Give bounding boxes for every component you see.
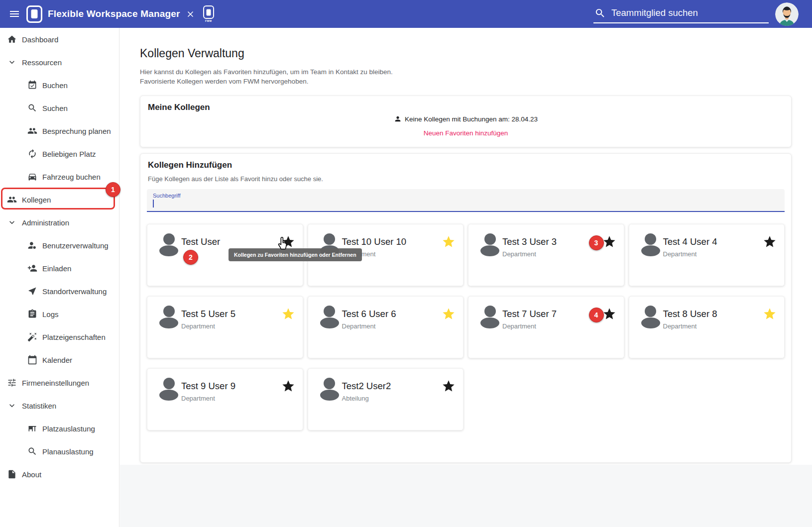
sidebar-item-buchen[interactable]: Buchen xyxy=(0,74,119,97)
manage-accounts-icon xyxy=(27,240,37,250)
team-search-input[interactable] xyxy=(611,7,768,18)
favorite-star-button[interactable] xyxy=(281,379,295,393)
annotation-badge-3: 3 xyxy=(589,235,604,250)
favorite-star-button[interactable] xyxy=(442,235,456,249)
colleague-card[interactable]: Test 3 User 3 Department 3 xyxy=(468,224,624,286)
favorite-star-button[interactable] xyxy=(281,307,295,321)
colleague-name: Test User xyxy=(181,236,220,247)
colleague-name: Test 5 User 5 xyxy=(181,309,235,319)
sidebar-item-dashboard[interactable]: Dashboard xyxy=(0,28,119,51)
colleague-search-field[interactable]: Suchbegriff xyxy=(147,189,785,212)
mini-app-tab[interactable]: FWM xyxy=(203,5,214,22)
search-field-label: Suchbegriff xyxy=(153,193,779,199)
sidebar-item-suchen[interactable]: Suchen xyxy=(0,97,119,119)
colleague-grid: Test User 2Kollegen zu Favoriten hinzufü… xyxy=(147,224,785,430)
add-colleagues-section: Kollegen Hinzufügen Füge Kollegen aus de… xyxy=(140,153,792,463)
star-icon xyxy=(602,307,616,321)
menu-button[interactable] xyxy=(6,5,23,22)
colleague-department: Department xyxy=(181,395,215,402)
star-icon xyxy=(281,235,295,249)
near-me-icon xyxy=(27,286,37,296)
colleague-card[interactable]: Test 9 User 9 Department xyxy=(147,368,303,430)
colleague-card[interactable]: Test2 User2 Abteilung xyxy=(308,368,464,430)
star-icon xyxy=(442,307,456,321)
colleague-department: Department xyxy=(502,250,536,258)
favorite-star-button[interactable] xyxy=(763,307,777,321)
groups-icon xyxy=(27,126,37,136)
sidebar-item-platzauslastung[interactable]: Platzauslastung xyxy=(0,417,119,440)
annotation-badge-2: 2 xyxy=(183,250,198,265)
colleague-card[interactable]: Test User 2Kollegen zu Favoriten hinzufü… xyxy=(147,224,303,286)
person-avatar xyxy=(641,233,660,256)
favorite-star-button[interactable] xyxy=(602,307,616,321)
colleague-card[interactable]: Test 5 User 5 Department xyxy=(147,296,303,358)
close-icon xyxy=(186,9,195,19)
sidebar-item-label: Platzeigenschaften xyxy=(42,333,106,341)
sidebar-item-logs[interactable]: Logs xyxy=(0,303,119,325)
search-icon xyxy=(594,7,606,19)
colleague-card[interactable]: Test 7 User 7 Department 4 xyxy=(468,296,624,358)
star-icon xyxy=(763,307,777,321)
autorenew-icon xyxy=(27,149,37,159)
star-icon xyxy=(281,307,295,321)
favorite-star-button[interactable] xyxy=(442,379,456,393)
sidebar-item-firmeneinstellungen[interactable]: Firmeneinstellungen xyxy=(0,371,119,394)
favorite-star-button[interactable] xyxy=(281,235,295,249)
tune-icon xyxy=(7,378,17,388)
colleague-card[interactable]: Test 6 User 6 Department xyxy=(308,296,464,358)
person-avatar xyxy=(159,306,178,328)
sidebar-item-about[interactable]: About xyxy=(0,463,119,486)
menu-icon xyxy=(8,8,20,20)
colleague-card[interactable]: Test 4 User 4 Department xyxy=(629,224,785,286)
favorite-star-button[interactable] xyxy=(602,235,616,249)
person-avatar xyxy=(320,378,339,401)
person-avatar xyxy=(159,378,178,401)
colleague-name: Test 4 User 4 xyxy=(663,236,717,247)
colleague-department: Department xyxy=(502,322,536,330)
topbar: Flexible Workspace Manager FWM xyxy=(0,0,812,28)
clipboard-icon xyxy=(27,309,37,319)
user-avatar[interactable] xyxy=(775,2,799,26)
favorite-star-button[interactable] xyxy=(442,307,456,321)
star-icon xyxy=(763,235,777,249)
car-icon xyxy=(27,172,37,182)
sidebar-item-standortverwaltung[interactable]: Standortverwaltung xyxy=(0,280,119,303)
search-icon xyxy=(27,446,37,456)
sidebar-item-ressourcen[interactable]: Ressourcen xyxy=(0,51,119,74)
colleague-card[interactable]: Test 8 User 8 Department xyxy=(629,296,785,358)
person-icon xyxy=(394,115,402,123)
sidebar-item-label: Suchen xyxy=(42,104,68,112)
sidebar-item-fahrzeug-buchen[interactable]: Fahrzeug buchen xyxy=(0,165,119,188)
colleague-name: Test 3 User 3 xyxy=(502,236,557,247)
search-icon xyxy=(27,103,37,113)
person-avatar xyxy=(480,306,499,328)
chevron-down-icon xyxy=(7,57,17,67)
empty-state-row: Keine Kollegen mit Buchungen am: 28.04.2… xyxy=(147,115,785,123)
sidebar-item-administration[interactable]: Administration xyxy=(0,211,119,234)
sidebar-item-einladen[interactable]: Einladen xyxy=(0,257,119,280)
sidebar-item-platzeigenschaften[interactable]: Platzeigenschaften xyxy=(0,325,119,348)
sidebar-item-besprechung-planen[interactable]: Besprechung planen xyxy=(0,119,119,142)
sidebar-item-benutzerverwaltung[interactable]: Benutzerverwaltung xyxy=(0,234,119,257)
sidebar-item-kollegen[interactable]: Kollegen xyxy=(0,188,119,211)
colleague-department: Department xyxy=(181,322,215,330)
colleague-name: Test 8 User 8 xyxy=(663,309,717,319)
favorite-star-button[interactable] xyxy=(763,235,777,249)
sidebar-item-beliebigen-platz[interactable]: Beliebigen Platz xyxy=(0,142,119,165)
sidebar: Dashboard Ressourcen Buchen Suchen Bespr… xyxy=(0,28,119,527)
person-avatar xyxy=(159,233,178,256)
sidebar-item-label: Statistiken xyxy=(22,402,56,410)
sidebar-item-label: Planauslastung xyxy=(42,447,94,456)
sidebar-item-label: Administration xyxy=(22,218,69,227)
close-tab-button[interactable] xyxy=(182,5,199,22)
person-avatar xyxy=(641,306,660,328)
chevron-down-icon xyxy=(7,401,17,411)
sidebar-item-statistiken[interactable]: Statistiken xyxy=(0,394,119,417)
add-colleagues-subtitle: Füge Kollegen aus der Liste als Favorit … xyxy=(147,175,785,183)
sidebar-item-label: Einladen xyxy=(42,264,71,273)
sidebar-item-planauslastung[interactable]: Planauslastung xyxy=(0,440,119,463)
add-favorite-link[interactable]: Neuen Favoriten hinzufügen xyxy=(147,129,785,137)
tablet-icon xyxy=(203,5,214,19)
sidebar-item-kalender[interactable]: Kalender xyxy=(0,348,119,371)
star-icon xyxy=(281,379,295,393)
